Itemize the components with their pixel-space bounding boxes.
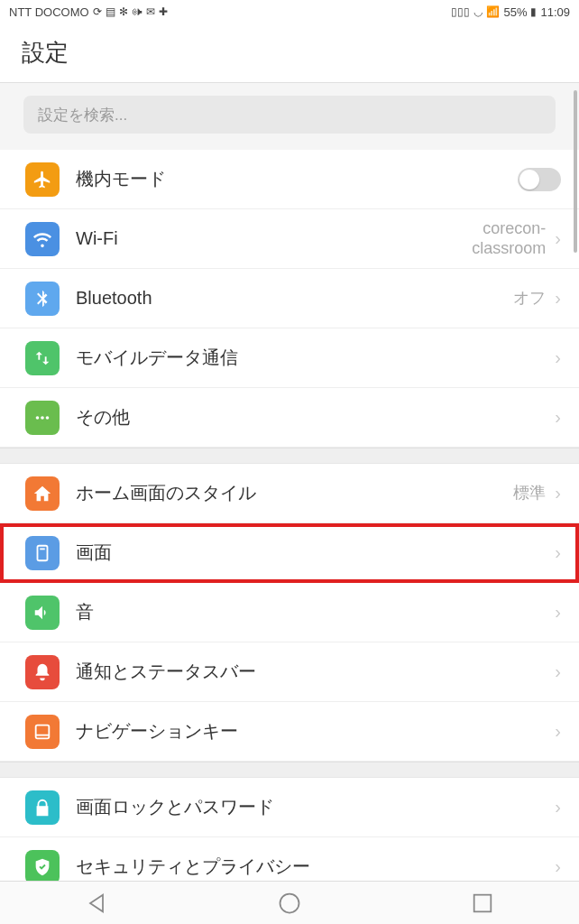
navkey-icon xyxy=(25,715,60,749)
row-value: 標準 xyxy=(513,484,546,504)
voice-icon: 🕪 xyxy=(132,5,142,18)
time-label: 11:09 xyxy=(540,5,570,19)
fan-icon: ✻ xyxy=(119,5,128,18)
chevron-right-icon: › xyxy=(555,347,561,368)
chevron-right-icon: › xyxy=(555,661,561,682)
row-label: 画面 xyxy=(76,541,555,565)
row-other[interactable]: その他 › xyxy=(0,388,579,448)
bell-icon xyxy=(25,655,60,689)
carrier-label: NTT DOCOMO xyxy=(9,5,89,19)
row-label: Bluetooth xyxy=(76,288,513,309)
row-airplane[interactable]: 機内モード xyxy=(0,150,579,209)
chevron-right-icon: › xyxy=(555,721,561,742)
svg-rect-8 xyxy=(474,894,492,911)
row-label: モバイルデータ通信 xyxy=(76,346,555,370)
row-mobile-data[interactable]: モバイルデータ通信 › xyxy=(0,328,579,388)
bluetooth-icon xyxy=(25,282,60,316)
home-icon xyxy=(25,476,60,511)
recent-button[interactable] xyxy=(470,891,495,916)
chevron-right-icon: › xyxy=(555,602,561,623)
row-label: 通知とステータスバー xyxy=(76,660,555,684)
chevron-right-icon: › xyxy=(555,288,561,309)
row-label: ナビゲーションキー xyxy=(76,719,555,744)
row-label: 画面ロックとパスワード xyxy=(76,795,555,819)
row-label: 音 xyxy=(76,600,555,624)
scrollbar[interactable] xyxy=(572,90,577,830)
row-notify[interactable]: 通知とステータスバー › xyxy=(0,642,579,702)
row-home-style[interactable]: ホーム画面のスタイル 標準 › xyxy=(0,464,579,523)
sound-icon xyxy=(25,596,60,630)
mail-icon: ✉ xyxy=(146,5,155,18)
row-label: Wi-Fi xyxy=(76,228,472,249)
battery-icon: ▮ xyxy=(530,5,537,18)
svg-rect-3 xyxy=(38,545,48,560)
screen-icon xyxy=(25,536,60,570)
row-value: corecon- classroom xyxy=(472,219,546,258)
settings-group-security: 画面ロックとパスワード › セキュリティとプライバシー › xyxy=(0,778,579,897)
svg-rect-5 xyxy=(36,725,50,738)
row-lock[interactable]: 画面ロックとパスワード › xyxy=(0,778,579,837)
settings-group-display: ホーム画面のスタイル 標準 › 画面 › 音 › 通知とステータスバー › ナビ… xyxy=(0,464,579,762)
wifi-status-icon: ◡ xyxy=(473,5,482,18)
row-label: ホーム画面のスタイル xyxy=(76,481,513,505)
wifi-icon xyxy=(25,222,60,256)
navigation-bar xyxy=(0,881,579,924)
calendar-icon: ▤ xyxy=(106,5,115,18)
data-icon xyxy=(25,341,60,375)
chevron-right-icon: › xyxy=(555,228,561,249)
svg-point-0 xyxy=(36,416,40,420)
plus-icon: ✚ xyxy=(159,5,168,18)
lock-icon xyxy=(25,790,60,825)
row-wifi[interactable]: Wi-Fi corecon- classroom › xyxy=(0,209,579,269)
row-value: オフ xyxy=(513,289,546,309)
row-label: その他 xyxy=(76,405,555,430)
status-bar: NTT DOCOMO ⟳ ▤ ✻ 🕪 ✉ ✚ ▯▯▯ ◡ 📶 55% ▮ 11:… xyxy=(0,0,579,23)
row-sound[interactable]: 音 › xyxy=(0,583,579,642)
signal-icon: 📶 xyxy=(486,5,500,18)
row-nav-key[interactable]: ナビゲーションキー › xyxy=(0,702,579,762)
svg-point-7 xyxy=(280,893,299,912)
airplane-toggle[interactable] xyxy=(518,168,561,191)
page-header: 設定 xyxy=(0,23,579,83)
settings-group-network: 機内モード Wi-Fi corecon- classroom › Bluetoo… xyxy=(0,150,579,448)
chevron-right-icon: › xyxy=(555,856,561,877)
battery-label: 55% xyxy=(503,5,527,19)
home-button[interactable] xyxy=(277,891,302,916)
chevron-right-icon: › xyxy=(555,407,561,428)
chevron-right-icon: › xyxy=(555,483,561,504)
sync-icon: ⟳ xyxy=(93,5,102,18)
search-placeholder: 設定を検索... xyxy=(38,105,127,125)
page-title: 設定 xyxy=(22,37,69,69)
svg-point-1 xyxy=(41,416,44,420)
section-divider xyxy=(0,448,579,464)
more-icon xyxy=(25,401,60,435)
shield-icon xyxy=(25,850,60,884)
chevron-right-icon: › xyxy=(555,797,561,818)
svg-point-2 xyxy=(46,416,50,420)
section-divider xyxy=(0,762,579,778)
search-input[interactable]: 設定を検索... xyxy=(23,96,556,134)
row-label: 機内モード xyxy=(76,167,518,191)
row-label: セキュリティとプライバシー xyxy=(76,855,555,879)
row-bluetooth[interactable]: Bluetooth オフ › xyxy=(0,269,579,328)
vibrate-icon: ▯▯▯ xyxy=(451,5,470,18)
chevron-right-icon: › xyxy=(555,542,561,563)
airplane-icon xyxy=(25,162,60,197)
back-button[interactable] xyxy=(84,891,109,916)
row-screen[interactable]: 画面 › xyxy=(0,523,579,583)
